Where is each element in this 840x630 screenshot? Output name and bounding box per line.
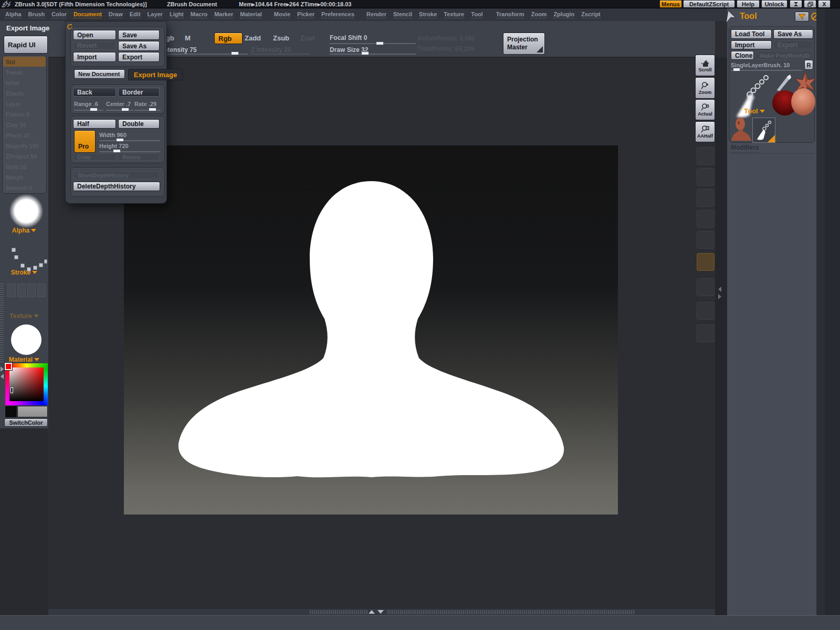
tool-slider-handle[interactable] <box>733 68 740 71</box>
right-tray-divider[interactable] <box>715 58 727 615</box>
menu-alpha[interactable]: Alpha <box>5 11 22 18</box>
range-handle[interactable] <box>90 108 98 111</box>
menu-edit[interactable]: Edit <box>130 11 141 18</box>
menu-brush[interactable]: Brush <box>28 11 45 18</box>
zadd-toggle[interactable]: Zadd <box>245 34 261 42</box>
rapid-ui-button[interactable]: Rapid UI <box>4 36 48 54</box>
close-button[interactable]: X <box>818 0 831 8</box>
draw-size-handle[interactable] <box>361 51 369 55</box>
rgb-toggle[interactable]: Rgb <box>214 33 243 44</box>
bottom-collapse-arrows[interactable] <box>368 610 386 615</box>
disabled-shelf-icon <box>697 168 715 186</box>
bottom-grip[interactable] <box>310 610 635 614</box>
menu-render[interactable]: Render <box>366 11 386 18</box>
export-button[interactable]: Export <box>118 52 160 62</box>
menus-button[interactable]: Menus <box>659 0 682 8</box>
menu-light[interactable]: Light <box>170 11 184 18</box>
range-track[interactable] <box>74 110 103 111</box>
menu-macro[interactable]: Macro <box>191 11 207 18</box>
secondary-color-swatch[interactable] <box>17 406 48 417</box>
zoom-button[interactable]: Zoom <box>695 77 715 99</box>
material-preview[interactable] <box>11 324 41 355</box>
tool-import-button[interactable]: Import <box>731 40 772 49</box>
left-tray-collapse-arrows[interactable] <box>0 365 5 381</box>
pro-toggle[interactable]: Pro <box>74 130 96 153</box>
half-button[interactable]: Half <box>73 119 116 129</box>
menu-layer[interactable]: Layer <box>148 11 163 18</box>
tool-thumb-selected-brush[interactable] <box>752 118 775 143</box>
tool-filter-button[interactable] <box>795 12 809 22</box>
alpha-preview[interactable] <box>9 194 43 228</box>
menu-movie[interactable]: Movie <box>274 11 290 18</box>
save-button[interactable]: Save <box>118 30 160 40</box>
menu-material[interactable]: Material <box>240 11 262 18</box>
scroll-button[interactable]: Scroll <box>695 55 715 76</box>
stroke-selector[interactable]: Stroke <box>0 269 48 276</box>
menu-draw[interactable]: Draw <box>109 11 123 18</box>
alpha-selector[interactable]: Alpha <box>0 227 48 234</box>
menu-stencil[interactable]: Stencil <box>393 11 412 18</box>
height-track[interactable] <box>99 151 160 152</box>
minimize-button[interactable] <box>790 0 802 8</box>
tool-thumb-pen[interactable] <box>774 72 793 92</box>
tool-selector[interactable]: Tool <box>739 107 770 115</box>
left-tray-grip[interactable] <box>0 284 4 362</box>
default-zscript-button[interactable]: DefaultZScript <box>683 0 735 8</box>
focal-shift-handle[interactable] <box>376 41 384 45</box>
double-button[interactable]: Double <box>118 119 160 129</box>
unlock-button[interactable]: Unlock <box>761 0 788 8</box>
tool-thumb-bust[interactable] <box>730 117 752 142</box>
brush-item-std[interactable]: Std <box>3 57 46 67</box>
menu-document[interactable]: Document <box>74 11 102 18</box>
open-button[interactable]: Open <box>73 30 116 40</box>
switch-color-button[interactable]: SwitchColor <box>4 418 48 427</box>
m-toggle[interactable]: M <box>185 34 191 42</box>
rate-track[interactable] <box>134 110 161 111</box>
tool-save-as-button[interactable]: Save As <box>773 29 813 39</box>
document-canvas[interactable] <box>124 145 618 514</box>
help-button[interactable]: Help <box>737 0 760 8</box>
draw-size-track[interactable] <box>330 54 416 55</box>
material-selector[interactable]: Material <box>0 356 48 363</box>
menu-zscript[interactable]: Zscript <box>581 11 601 18</box>
clone-button[interactable]: Clone <box>731 51 754 60</box>
border-button[interactable]: Border <box>118 88 160 97</box>
brush-item-smooth: Smooth 0 <box>3 183 46 193</box>
color-picker-cursor[interactable] <box>10 387 13 393</box>
width-track[interactable] <box>99 140 160 141</box>
back-color-button[interactable]: Back <box>73 88 116 97</box>
menu-texture[interactable]: Texture <box>444 11 464 18</box>
menu-stroke[interactable]: Stroke <box>419 11 437 18</box>
rgb-intensity-handle[interactable] <box>231 51 239 55</box>
current-color-swatch[interactable] <box>5 363 12 370</box>
menu-tool[interactable]: Tool <box>471 11 482 18</box>
menu-marker[interactable]: Marker <box>214 11 233 18</box>
color-picker-sv-square[interactable] <box>9 368 44 401</box>
tool-slider-track[interactable] <box>731 70 802 71</box>
height-handle[interactable] <box>113 149 121 153</box>
import-button[interactable]: Import <box>73 52 116 62</box>
primary-color-swatch[interactable] <box>5 406 17 417</box>
tool-thumb-sphere-salmon[interactable] <box>791 88 815 116</box>
focal-shift-track[interactable] <box>330 43 416 44</box>
load-tool-button[interactable]: Load Tool <box>731 29 772 39</box>
aahalf-button[interactable]: AAHalf <box>695 121 715 142</box>
width-handle[interactable] <box>116 138 124 142</box>
actual-button[interactable]: Actual <box>695 99 715 120</box>
zsub-toggle[interactable]: Zsub <box>273 34 289 42</box>
menu-preferences[interactable]: Preferences <box>321 11 354 18</box>
menu-transform[interactable]: Transform <box>496 11 524 18</box>
center-handle[interactable] <box>121 108 129 111</box>
center-track[interactable] <box>106 110 133 111</box>
rate-handle[interactable] <box>149 108 156 111</box>
new-document-button[interactable]: New Document <box>74 69 125 79</box>
delete-depth-history-button[interactable]: DeleteDepthHistory <box>73 182 160 191</box>
menu-zplugin[interactable]: Zplugin <box>553 11 574 18</box>
r-button[interactable]: R <box>804 60 813 70</box>
modifiers-link[interactable]: Modifiers <box>731 144 759 153</box>
restore-button[interactable] <box>804 0 816 8</box>
menu-color[interactable]: Color <box>51 11 67 18</box>
menu-picker[interactable]: Picker <box>297 11 314 18</box>
menu-zoom[interactable]: Zoom <box>531 11 547 18</box>
save-as-button[interactable]: Save As <box>118 41 160 51</box>
